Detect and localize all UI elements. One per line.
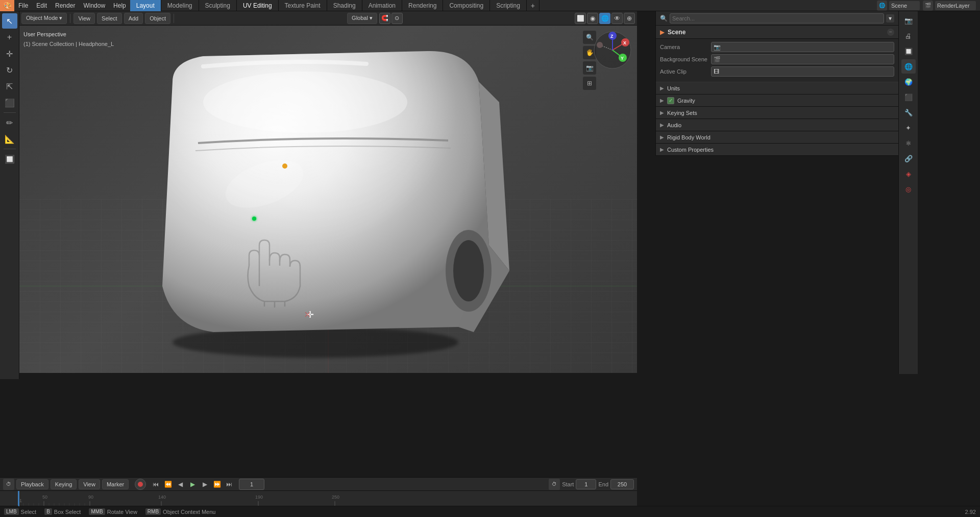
tab-texture-paint[interactable]: Texture Paint bbox=[279, 0, 327, 11]
tool-move[interactable]: ✛ bbox=[2, 46, 17, 61]
box-select-status: B Box Select bbox=[44, 508, 81, 515]
proportional-btn[interactable]: ⊙ bbox=[391, 13, 403, 24]
next-keyframe-btn[interactable]: ⏩ bbox=[211, 479, 223, 490]
render-layer-field[interactable]: RenderLayer bbox=[935, 1, 976, 10]
props-scene-btn[interactable]: 🌐 bbox=[901, 59, 916, 74]
props-data-btn[interactable]: ◈ bbox=[901, 167, 916, 181]
units-label: Units bbox=[667, 85, 680, 91]
snap-btn[interactable]: 🧲 bbox=[379, 13, 390, 24]
tool-transform[interactable]: ⬛ bbox=[2, 95, 17, 110]
add-menu-btn[interactable]: Add bbox=[124, 13, 143, 24]
tool-rotate[interactable]: ↻ bbox=[2, 62, 17, 78]
frame-range-icon[interactable]: ⏱ bbox=[549, 479, 560, 490]
svg-text:Y: Y bbox=[621, 56, 624, 61]
next-frame-btn[interactable]: ▶ bbox=[199, 479, 210, 490]
end-frame-field[interactable]: 250 bbox=[610, 479, 634, 489]
custom-props-section[interactable]: ▶ Custom Properties bbox=[656, 144, 898, 156]
current-frame-field[interactable]: 1 bbox=[239, 479, 264, 490]
tab-compositing[interactable]: Compositing bbox=[443, 0, 490, 11]
props-physics-btn[interactable]: ⚛ bbox=[901, 136, 916, 150]
tool-scale[interactable]: ⇱ bbox=[2, 79, 17, 94]
tab-uv-editing[interactable]: UV Editing bbox=[237, 0, 279, 11]
active-clip-field[interactable]: 🎞 bbox=[711, 66, 894, 77]
record-btn[interactable] bbox=[135, 479, 146, 490]
keying-menu-btn[interactable]: Keying bbox=[51, 479, 77, 489]
props-material-btn[interactable]: ◎ bbox=[901, 182, 916, 196]
jump-end-btn[interactable]: ⏭ bbox=[224, 479, 235, 490]
props-constraints-btn[interactable]: 🔗 bbox=[901, 151, 916, 166]
play-btn[interactable]: ▶ bbox=[187, 479, 198, 490]
tool-add-cube[interactable]: 🔲 bbox=[2, 151, 17, 167]
tab-animation[interactable]: Animation bbox=[362, 0, 402, 11]
tab-shading[interactable]: Shading bbox=[327, 0, 362, 11]
tab-add[interactable]: + bbox=[527, 0, 540, 11]
render-layer-icon: 🎬 bbox=[923, 1, 933, 11]
grid-view-btn[interactable]: ⊞ bbox=[583, 77, 596, 90]
active-clip-icon: 🎞 bbox=[714, 68, 719, 75]
jump-start-btn[interactable]: ⏮ bbox=[150, 479, 161, 490]
tool-select[interactable]: ↖ bbox=[2, 13, 17, 29]
tool-cursor[interactable]: + bbox=[2, 30, 17, 45]
gravity-checkbox[interactable] bbox=[667, 97, 674, 104]
object-menu-btn[interactable]: Object bbox=[145, 13, 170, 24]
tool-measure[interactable]: 📐 bbox=[2, 131, 17, 147]
props-search-input[interactable] bbox=[670, 13, 884, 24]
viewport-overlay-btn[interactable]: 👁 bbox=[611, 13, 623, 24]
props-modifier-btn[interactable]: 🔧 bbox=[901, 105, 916, 120]
tab-modeling[interactable]: Modeling bbox=[161, 0, 199, 11]
view-menu-btn[interactable]: View bbox=[74, 13, 95, 24]
menu-window[interactable]: Window bbox=[79, 0, 109, 11]
tab-rendering[interactable]: Rendering bbox=[402, 0, 443, 11]
gravity-triangle: ▶ bbox=[660, 98, 664, 103]
rigid-body-world-section[interactable]: ▶ Rigid Body World bbox=[656, 131, 898, 144]
start-frame-field[interactable]: 1 bbox=[576, 479, 596, 489]
status-bar: LMB Select B Box Select MMB Rotate View … bbox=[0, 506, 980, 517]
bg-scene-field[interactable]: 🎬 bbox=[711, 54, 894, 64]
tab-layout[interactable]: Layout bbox=[130, 0, 161, 11]
svg-text:250: 250 bbox=[332, 495, 339, 500]
units-section-header[interactable]: ▶ Units bbox=[656, 82, 898, 95]
menu-file[interactable]: File bbox=[14, 0, 32, 11]
menu-render[interactable]: Render bbox=[51, 0, 79, 11]
svg-point-4 bbox=[203, 72, 407, 133]
airpods-case-3d bbox=[111, 41, 530, 368]
props-world-btn[interactable]: 🌍 bbox=[901, 75, 916, 89]
scene-section-content: Camera 📷 Background Scene 🎬 Active Clip … bbox=[656, 39, 898, 82]
marker-menu-btn[interactable]: Marker bbox=[102, 479, 129, 489]
props-render-btn[interactable]: 📷 bbox=[901, 13, 916, 28]
tab-sculpting[interactable]: Sculpting bbox=[199, 0, 237, 11]
app-logo: 🎨 bbox=[0, 0, 14, 11]
tab-scripting[interactable]: Scripting bbox=[490, 0, 527, 11]
props-particles-btn[interactable]: ✦ bbox=[901, 121, 916, 135]
view-menu-btn[interactable]: View bbox=[79, 479, 100, 489]
playback-controls: ⏮ ⏪ ◀ ▶ ▶ ⏩ ⏭ bbox=[150, 479, 235, 490]
timeline: ⏱ Playback Keying View Marker ⏮ ⏪ ◀ ▶ ▶ … bbox=[0, 477, 637, 506]
viewport-shading-material[interactable]: ◉ bbox=[587, 13, 598, 24]
props-object-btn[interactable]: ⬛ bbox=[901, 90, 916, 104]
scene-field[interactable]: Scene bbox=[889, 1, 920, 10]
viewport-shading-solid[interactable]: ⬜ bbox=[575, 13, 586, 24]
green-light-dot[interactable] bbox=[252, 217, 256, 221]
prev-keyframe-btn[interactable]: ⏪ bbox=[162, 479, 174, 490]
audio-section[interactable]: ▶ Audio bbox=[656, 119, 898, 131]
prev-frame-btn[interactable]: ◀ bbox=[175, 479, 186, 490]
timeline-editor-icon[interactable]: ⏱ bbox=[3, 479, 14, 490]
menu-edit[interactable]: Edit bbox=[32, 0, 51, 11]
gravity-section-header[interactable]: ▶ Gravity bbox=[656, 95, 898, 107]
playback-menu-btn[interactable]: Playback bbox=[16, 479, 48, 489]
tool-annotate[interactable]: ✏ bbox=[2, 115, 17, 130]
viewport-gizmo-btn[interactable]: ⊕ bbox=[624, 13, 635, 24]
menu-help[interactable]: Help bbox=[109, 0, 130, 11]
object-mode-btn[interactable]: Object Mode ▾ bbox=[21, 13, 67, 24]
viewport-shading-rendered[interactable]: 🌐 bbox=[599, 13, 610, 24]
transform-global-btn[interactable]: Global ▾ bbox=[347, 13, 377, 24]
frame-range: ⏱ Start 1 End 250 bbox=[549, 479, 634, 490]
viewport[interactable]: ✛ × User Perspective (1) Scene Collectio… bbox=[19, 26, 637, 373]
props-view-layer-btn[interactable]: 🔲 bbox=[901, 44, 916, 58]
camera-field[interactable]: 📷 bbox=[711, 42, 894, 52]
props-options-btn[interactable]: ▾ bbox=[886, 14, 894, 22]
props-output-btn[interactable]: 🖨 bbox=[901, 29, 916, 43]
keying-sets-section[interactable]: ▶ Keying Sets bbox=[656, 107, 898, 119]
scene-expand-btn[interactable]: − bbox=[887, 29, 894, 36]
select-menu-btn[interactable]: Select bbox=[97, 13, 122, 24]
